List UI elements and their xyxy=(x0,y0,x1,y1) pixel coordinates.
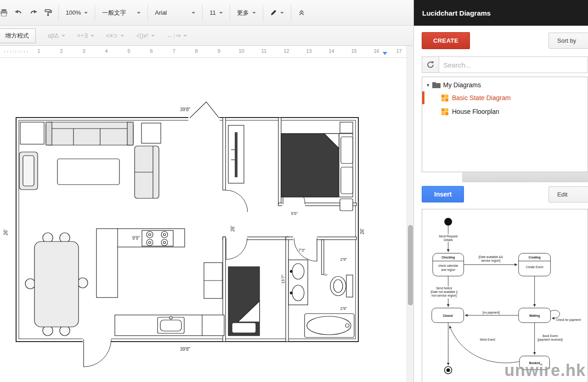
svg-text:2'9": 2'9" xyxy=(340,257,347,262)
docs-canvas[interactable]: 39'8" 39'8" 26' 26' 26' 9'9" 5'5" 7'3" 1… xyxy=(0,58,413,382)
edit-button[interactable]: Edit xyxy=(548,186,588,202)
lucidchart-doc-icon xyxy=(441,95,448,101)
undo-icon xyxy=(15,9,23,17)
svg-text:39'8": 39'8" xyxy=(180,107,191,112)
undo-button[interactable] xyxy=(11,5,26,21)
scrollbar-thumb[interactable] xyxy=(408,225,413,305)
dining-table xyxy=(25,233,88,336)
svg-text:5'5": 5'5" xyxy=(291,211,298,216)
zoom-select[interactable]: 100% xyxy=(62,5,91,21)
lucidchart-doc-icon xyxy=(441,108,448,115)
pencil-icon xyxy=(270,9,277,16)
chevron-down-icon xyxy=(120,35,124,37)
toolbar-separator xyxy=(230,5,230,21)
bathroom-vanity xyxy=(288,260,308,305)
redo-button[interactable] xyxy=(26,5,40,21)
second-bed xyxy=(228,267,260,336)
font-value: Arial xyxy=(155,9,167,16)
tv-console xyxy=(228,125,244,183)
svg-text:Send Notice: Send Notice xyxy=(436,286,452,290)
svg-text:5': 5' xyxy=(324,273,328,276)
paint-format-button[interactable] xyxy=(40,5,55,21)
diagrams-tree: ▾ My Diagrams Basic State Diagram House … xyxy=(422,77,588,172)
collapse-toolbar-button[interactable] xyxy=(294,5,309,21)
top-actions-row: CREATE Sort by xyxy=(422,32,588,49)
refresh-icon xyxy=(426,61,435,69)
docs-editor: 100% 一般文字 Arial 11 更多 xyxy=(0,0,413,382)
equation-relations-menu[interactable]: <≠⊃ xyxy=(106,32,124,39)
equation-arrows-menu[interactable]: ←↑⇒ xyxy=(167,32,187,39)
folder-my-diagrams[interactable]: ▾ My Diagrams xyxy=(422,77,588,91)
svg-text:[Date not available ||: [Date not available || xyxy=(430,290,458,294)
floorplan-drawing[interactable]: 39'8" 39'8" 26' 26' 26' 9'9" 5'5" 7'3" 1… xyxy=(0,58,407,382)
equation-toolbar: 增方程式 αβΔ ×÷∃ <≠⊃ √()x² ←↑⇒ xyxy=(0,26,413,46)
indent-marker[interactable] xyxy=(383,52,387,55)
svg-text:[no payment]: [no payment] xyxy=(483,311,500,315)
paragraph-style-select[interactable]: 一般文字 xyxy=(98,5,144,21)
panel-title: Lucidchart Diagrams xyxy=(414,0,588,26)
equation-operations-menu[interactable]: ×÷∃ xyxy=(77,32,94,39)
create-button[interactable]: CREATE xyxy=(422,32,470,49)
svg-text:Creating: Creating xyxy=(529,256,541,259)
chevron-down-icon xyxy=(192,12,195,14)
kitchen-sink xyxy=(158,316,184,333)
svg-text:26': 26' xyxy=(3,229,8,235)
svg-text:check calendar: check calendar xyxy=(438,264,458,267)
redacted-strip xyxy=(462,172,588,182)
vertical-scrollbar[interactable] xyxy=(407,46,413,382)
new-equation-button[interactable]: 增方程式 xyxy=(0,28,36,43)
initial-state xyxy=(444,218,452,225)
svg-text:[payment received]: [payment received] xyxy=(537,338,563,342)
loveseat xyxy=(135,146,159,198)
font-size-value: 11 xyxy=(209,9,216,16)
sort-by-button[interactable]: Sort by xyxy=(548,33,588,49)
svg-text:15'7": 15'7" xyxy=(281,275,285,284)
font-size-select[interactable]: 11 xyxy=(206,5,226,21)
more-formats-select[interactable]: 更多 xyxy=(233,5,260,21)
tree-item-basic-state-diagram[interactable]: Basic State Diagram xyxy=(422,91,588,105)
state-diagram-preview[interactable]: Send Request Details Checking check cale… xyxy=(422,209,588,382)
disclosure-triangle-icon: ▾ xyxy=(427,82,430,88)
chevron-down-icon xyxy=(84,12,88,14)
search-input[interactable] xyxy=(439,56,588,73)
side-table xyxy=(141,123,161,143)
search-row xyxy=(422,56,588,73)
svg-text:and region: and region xyxy=(441,268,455,272)
redo-icon xyxy=(29,9,37,17)
ruler: 1234567891011121314151617 xyxy=(0,46,413,58)
tree-item-house-floorplan[interactable]: House Floorplan xyxy=(422,105,588,118)
bottom-actions-row: Insert Edit xyxy=(422,186,588,202)
watermark: unwire.hk xyxy=(504,361,586,380)
svg-text:2'9": 2'9" xyxy=(340,306,347,311)
more-label: 更多 xyxy=(237,9,249,17)
end-table xyxy=(20,122,44,144)
panel-body: CREATE Sort by ▾ xyxy=(414,26,588,382)
stove xyxy=(142,230,173,246)
print-icon[interactable] xyxy=(0,5,11,21)
svg-text:7'3": 7'3" xyxy=(299,248,305,253)
svg-text:Create Event: Create Event xyxy=(526,265,543,269)
chevron-down-icon xyxy=(183,35,187,37)
refresh-button[interactable] xyxy=(422,56,439,73)
svg-text:26': 26' xyxy=(230,225,235,231)
svg-text:26': 26' xyxy=(360,228,365,234)
insert-button[interactable]: Insert xyxy=(422,186,464,202)
line-tool-select[interactable] xyxy=(266,5,288,21)
app-root: 100% 一般文字 Arial 11 更多 xyxy=(0,0,588,382)
bathtub xyxy=(305,314,354,337)
sofa xyxy=(46,122,133,145)
svg-text:non-service region]: non-service region] xyxy=(431,294,457,298)
chevron-down-icon xyxy=(90,35,94,37)
equation-greek-menu[interactable]: αβΔ xyxy=(48,32,65,39)
toolbar-separator xyxy=(147,5,148,21)
final-state xyxy=(445,366,452,374)
paint-roller-icon xyxy=(44,9,52,17)
fridge xyxy=(204,263,222,298)
font-select[interactable]: Arial xyxy=(151,5,199,21)
toolbar-separator xyxy=(58,5,59,21)
main-toolbar: 100% 一般文字 Arial 11 更多 xyxy=(0,0,413,26)
svg-text:Details: Details xyxy=(444,238,453,242)
coffee-table xyxy=(57,159,119,185)
toilet xyxy=(330,275,353,297)
equation-math-menu[interactable]: √()x² xyxy=(136,32,155,39)
